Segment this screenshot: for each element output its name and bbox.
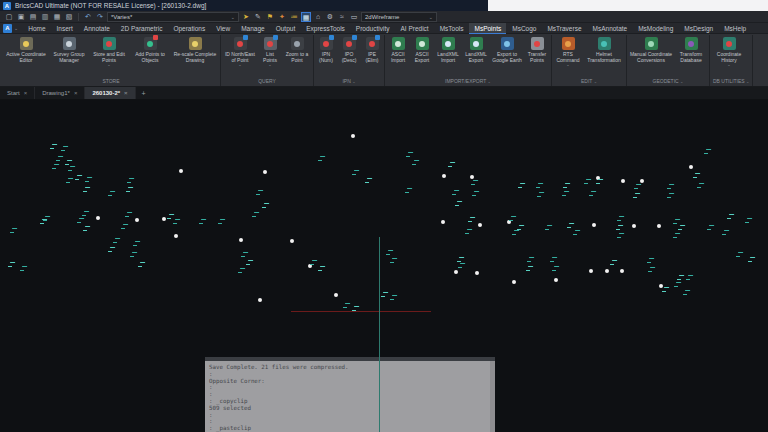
chevron-down-icon[interactable]: ⌄: [352, 79, 355, 84]
landxml-import-button[interactable]: LandXML Import: [434, 35, 462, 63]
button-label: Survey Group Manager: [50, 52, 88, 63]
menu-item-output[interactable]: Output: [271, 23, 301, 34]
point-label-marker: [573, 230, 580, 235]
ipo-desc-button[interactable]: IPO (Desc): [337, 35, 361, 63]
import-icon[interactable]: ▦: [52, 12, 62, 22]
home-view-icon[interactable]: ⌂: [313, 12, 323, 22]
point-label-marker: [121, 224, 128, 229]
chevron-down-icon[interactable]: ⌄: [746, 79, 749, 84]
menu-item-home[interactable]: Home: [23, 23, 50, 34]
transfer-points-button[interactable]: Transfer Points: [524, 35, 550, 63]
id-north-east-of-point-button[interactable]: ID North/East of Point⌄: [222, 35, 258, 67]
ascii-import-button[interactable]: ASCII Import: [386, 35, 410, 63]
redo-icon[interactable]: ↷: [95, 12, 105, 22]
point-label-marker: [82, 211, 89, 216]
ascii-export-button[interactable]: ASCII Export: [410, 35, 434, 63]
settings-gear-icon[interactable]: ⚙: [325, 12, 335, 22]
menu-item-mshelp[interactable]: MsHelp: [719, 23, 751, 34]
tab-260130-2-[interactable]: 260130-2*×: [85, 87, 135, 99]
command-line-window[interactable]: Save Complete. 21 files were compressed.…: [205, 357, 495, 432]
new-tab-button[interactable]: +: [136, 87, 152, 99]
button-label: Export to Google Earth: [491, 52, 523, 63]
store-and-edit-points-button[interactable]: Store and Edit Points⌄: [89, 35, 129, 67]
menu-item-msmodeling[interactable]: MsModeling: [633, 23, 678, 34]
ipe-elim-button[interactable]: IPE (Elim): [361, 35, 383, 63]
landxml-export-button[interactable]: LandXML Export: [462, 35, 490, 63]
menu-item-2d-parametric[interactable]: 2D Parametric: [116, 23, 168, 34]
menu-item-ai-predict[interactable]: AI Predict: [395, 23, 433, 34]
list-points-icon: [264, 37, 277, 50]
menu-item-productivity[interactable]: Productivity: [351, 23, 395, 34]
button-label: LandXML Export: [463, 52, 489, 63]
chevron-down-icon[interactable]: ⌄: [488, 79, 491, 84]
close-icon[interactable]: ×: [74, 90, 78, 96]
point-label-marker: [707, 225, 714, 230]
chevron-down-icon[interactable]: ⌄: [680, 79, 683, 84]
point-label-marker: [678, 225, 685, 230]
close-icon[interactable]: ×: [24, 90, 28, 96]
button-label: Transform Database: [675, 52, 707, 63]
coordinate-history-button[interactable]: Coordinate History⌄: [711, 35, 747, 67]
add-points-to-objects-icon: [144, 37, 157, 50]
command-line-entry: :: [209, 418, 487, 425]
save-icon[interactable]: ▤: [28, 12, 38, 22]
tab-drawing1-[interactable]: Drawing1*×: [35, 87, 85, 99]
viewport-icon[interactable]: ▭: [349, 12, 359, 22]
menu-item-annotate[interactable]: Annotate: [79, 23, 115, 34]
app-menu-button[interactable]: A: [3, 24, 12, 33]
tab-start[interactable]: Start×: [0, 87, 35, 99]
menu-item-mstraverse[interactable]: MsTraverse: [542, 23, 586, 34]
measure-tool-icon[interactable]: ✎: [253, 12, 263, 22]
point-label-marker: [667, 184, 674, 189]
menu-item-msannotate[interactable]: MsAnnotate: [588, 23, 633, 34]
zoom-to-a-point-button[interactable]: Zoom to a Point: [282, 35, 312, 63]
menu-item-mstools[interactable]: MsTools: [435, 23, 469, 34]
transform-database-button[interactable]: Transform Database: [674, 35, 708, 63]
drawing-point: [632, 224, 636, 228]
add-points-to-objects-button[interactable]: Add Points to Objects: [129, 35, 171, 63]
open-file-icon[interactable]: ▣: [16, 12, 26, 22]
menu-item-mscogo[interactable]: MsCogo: [507, 23, 541, 34]
re-scale-complete-drawing-button[interactable]: Re-scale Complete Drawing: [171, 35, 219, 63]
list-points-button[interactable]: List Points⌄: [258, 35, 282, 67]
menu-item-mspoints[interactable]: MsPoints: [469, 23, 506, 34]
close-icon[interactable]: ×: [124, 90, 128, 96]
menu-item-insert[interactable]: Insert: [52, 23, 78, 34]
point-label-marker: [10, 228, 17, 233]
survey-group-manager-button[interactable]: Survey Group Manager: [49, 35, 89, 63]
export-icon[interactable]: ▧: [64, 12, 74, 22]
ribbon: Active Coordinate EditorSurvey Group Man…: [0, 34, 768, 87]
menu-item-expresstools[interactable]: ExpressTools: [301, 23, 350, 34]
point-label-marker: [83, 187, 90, 192]
layers-tool-icon[interactable]: ≔: [289, 12, 299, 22]
command-window-titlebar[interactable]: [205, 357, 495, 361]
menu-item-msdesign[interactable]: MsDesign: [679, 23, 718, 34]
snap-tool-icon[interactable]: ➤: [241, 12, 251, 22]
active-coordinate-editor-button[interactable]: Active Coordinate Editor: [3, 35, 49, 63]
menu-item-view[interactable]: View: [211, 23, 235, 34]
ipn-num-button[interactable]: IPN (Num): [315, 35, 337, 63]
ribbon-group-geodetic: Manual Coordinate ConversionsTransform D…: [627, 35, 710, 86]
points-tool-icon[interactable]: ✦: [277, 12, 287, 22]
point-label-marker: [77, 218, 84, 223]
rts-command-button[interactable]: RTS Command⌄: [553, 35, 583, 67]
manual-coordinate-conversions-button[interactable]: Manual Coordinate Conversions: [628, 35, 674, 63]
flag-tool-icon[interactable]: ⚑: [265, 12, 275, 22]
drawing-point: [290, 239, 294, 243]
chevron-down-icon[interactable]: ⌄: [14, 25, 18, 31]
helmet-transformation-button[interactable]: Helmet Transformation: [583, 35, 625, 63]
visual-style-combo[interactable]: 2dWireframe⌄: [361, 12, 437, 22]
button-label: Transfer Points: [525, 52, 549, 63]
tab-label: Drawing1*: [42, 90, 70, 96]
surface-smooth-icon[interactable]: ≈: [337, 12, 347, 22]
menu-item-manage[interactable]: Manage: [236, 23, 270, 34]
display-config-icon[interactable]: ▦: [301, 12, 311, 22]
menu-item-operations[interactable]: Operations: [168, 23, 210, 34]
save-as-icon[interactable]: ▥: [40, 12, 50, 22]
new-file-icon[interactable]: ▢: [4, 12, 14, 22]
selection-properties-combo[interactable]: *Varies*⌄: [107, 12, 239, 22]
export-to-google-earth-button[interactable]: Export to Google Earth: [490, 35, 524, 63]
command-window-scrollbar[interactable]: [490, 361, 495, 432]
chevron-down-icon[interactable]: ⌄: [594, 79, 597, 84]
undo-icon[interactable]: ↶: [83, 12, 93, 22]
